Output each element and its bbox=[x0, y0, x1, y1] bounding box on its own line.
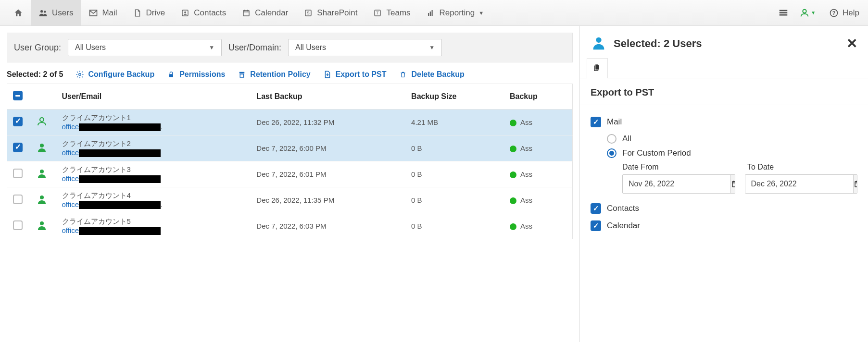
retention-policy-button[interactable]: Retention Policy bbox=[238, 70, 310, 79]
status-dot-icon bbox=[510, 223, 516, 230]
user-domain-dropdown[interactable]: All Users ▼ bbox=[288, 39, 442, 56]
gear-icon bbox=[75, 70, 84, 79]
t-box-icon: T bbox=[373, 8, 382, 18]
row-size: 4.21 MB bbox=[405, 110, 504, 135]
row-user-name: クライムアカウント4 bbox=[62, 191, 245, 200]
nav-home[interactable] bbox=[6, 0, 31, 25]
contacts-label: Contacts bbox=[607, 204, 639, 213]
delete-backup-button[interactable]: Delete Backup bbox=[399, 70, 464, 79]
user-icon bbox=[36, 194, 48, 205]
row-status: Ass bbox=[504, 161, 573, 187]
radio-all[interactable] bbox=[607, 134, 616, 144]
row-user-email[interactable]: office bbox=[62, 148, 245, 157]
row-size: 0 B bbox=[405, 135, 504, 161]
contacts-checkbox[interactable] bbox=[591, 203, 601, 214]
row-checkbox[interactable] bbox=[13, 169, 23, 178]
svg-rect-11 bbox=[431, 10, 432, 16]
table-row[interactable]: クライムアカウント3officeDec 7, 2022, 6:01 PM0 BA… bbox=[7, 161, 573, 187]
nav-reporting[interactable]: Reporting ▼ bbox=[418, 0, 492, 25]
id-card-icon bbox=[180, 8, 190, 18]
svg-rect-29 bbox=[855, 182, 858, 187]
svg-point-26 bbox=[40, 221, 44, 225]
export-pst-button[interactable]: Export to PST bbox=[323, 70, 387, 79]
nav-users-label: Users bbox=[52, 8, 73, 18]
date-from-label: Date From bbox=[622, 163, 728, 171]
nav-sharepoint-label: SharePoint bbox=[317, 8, 357, 18]
svg-rect-14 bbox=[780, 14, 788, 15]
row-checkbox[interactable] bbox=[13, 117, 23, 126]
nav-mail[interactable]: Mail bbox=[81, 0, 125, 25]
svg-point-24 bbox=[40, 170, 44, 173]
users-icon bbox=[38, 8, 48, 18]
row-last-backup: Dec 7, 2022, 6:01 PM bbox=[251, 161, 405, 187]
permissions-button[interactable]: Permissions bbox=[167, 70, 225, 79]
close-button[interactable]: ✕ bbox=[846, 36, 857, 51]
svg-point-15 bbox=[803, 9, 806, 12]
row-checkbox[interactable] bbox=[13, 195, 23, 204]
chevron-down-icon: ▼ bbox=[478, 10, 484, 16]
export-side-panel: Selected: 2 Users ✕ Export to PST Mail A… bbox=[579, 26, 868, 342]
row-size: 0 B bbox=[405, 161, 504, 187]
user-group-label: User Group: bbox=[14, 43, 61, 53]
nav-help[interactable]: ? Help bbox=[826, 0, 862, 25]
svg-point-18 bbox=[79, 73, 81, 76]
date-to-calendar-button[interactable] bbox=[853, 175, 858, 193]
user-menu[interactable]: ▼ bbox=[799, 8, 816, 18]
nav-sharepoint[interactable]: S SharePoint bbox=[296, 0, 365, 25]
row-status: Ass bbox=[504, 110, 573, 135]
svg-rect-4 bbox=[243, 10, 249, 15]
mail-checkbox[interactable] bbox=[591, 117, 601, 127]
svg-point-27 bbox=[596, 37, 601, 43]
nav-calendar[interactable]: Calendar bbox=[234, 0, 296, 25]
svg-text:T: T bbox=[377, 11, 379, 15]
row-user-email[interactable]: office. bbox=[62, 200, 245, 209]
table-row[interactable]: クライムアカウント4office.Dec 26, 2022, 11:35 PM0… bbox=[7, 187, 573, 213]
svg-point-22 bbox=[40, 118, 44, 122]
svg-rect-10 bbox=[429, 12, 430, 16]
row-checkbox[interactable] bbox=[13, 220, 23, 230]
row-status: Ass bbox=[504, 213, 573, 239]
date-to-input[interactable] bbox=[745, 175, 853, 193]
status-dot-icon bbox=[510, 171, 516, 178]
row-user-email[interactable]: office bbox=[62, 226, 245, 235]
user-icon bbox=[36, 220, 48, 231]
date-from-input[interactable] bbox=[623, 175, 730, 193]
table-row[interactable]: クライムアカウント2officeDec 7, 2022, 6:00 PM0 BA… bbox=[7, 135, 573, 161]
row-last-backup: Dec 26, 2022, 11:32 PM bbox=[251, 110, 405, 135]
user-group-value: All Users bbox=[75, 43, 106, 52]
table-row[interactable]: クライムアカウント5officeDec 7, 2022, 6:03 PM0 BA… bbox=[7, 213, 573, 239]
status-dot-icon bbox=[510, 197, 516, 204]
status-dot-icon bbox=[510, 120, 516, 126]
svg-point-23 bbox=[40, 144, 44, 147]
calendar-checkbox[interactable] bbox=[591, 220, 601, 231]
row-user-email[interactable]: office. bbox=[62, 122, 245, 131]
user-group-dropdown[interactable]: All Users ▼ bbox=[68, 39, 222, 56]
calendar-icon bbox=[241, 8, 251, 18]
svg-text:?: ? bbox=[832, 10, 836, 16]
redacted-text bbox=[79, 175, 161, 183]
nav-mail-label: Mail bbox=[102, 8, 117, 18]
date-from-calendar-button[interactable] bbox=[730, 175, 735, 193]
row-user-email[interactable]: office bbox=[62, 174, 245, 183]
nav-users[interactable]: Users bbox=[31, 0, 81, 25]
row-user-name: クライムアカウント5 bbox=[62, 217, 245, 226]
svg-point-3 bbox=[184, 11, 186, 13]
chevron-down-icon: ▼ bbox=[429, 44, 435, 51]
panel-tab-export[interactable] bbox=[587, 58, 608, 78]
nav-drive[interactable]: Drive bbox=[125, 0, 173, 25]
nav-teams[interactable]: T Teams bbox=[365, 0, 418, 25]
table-row[interactable]: クライムアカウント1office.Dec 26, 2022, 11:32 PM4… bbox=[7, 110, 573, 135]
svg-point-1 bbox=[44, 11, 46, 12]
svg-rect-13 bbox=[780, 12, 788, 13]
retention-icon bbox=[238, 70, 246, 79]
configure-backup-button[interactable]: Configure Backup bbox=[75, 70, 154, 79]
date-from-input-group bbox=[622, 174, 735, 194]
radio-custom-period[interactable] bbox=[607, 148, 616, 158]
svg-text:S: S bbox=[307, 11, 310, 15]
stack-icon[interactable] bbox=[778, 8, 789, 18]
row-checkbox[interactable] bbox=[13, 143, 23, 152]
nav-contacts[interactable]: Contacts bbox=[173, 0, 234, 25]
col-status: Backup bbox=[504, 84, 573, 110]
files-icon bbox=[593, 65, 602, 73]
select-all-checkbox[interactable] bbox=[13, 91, 23, 100]
